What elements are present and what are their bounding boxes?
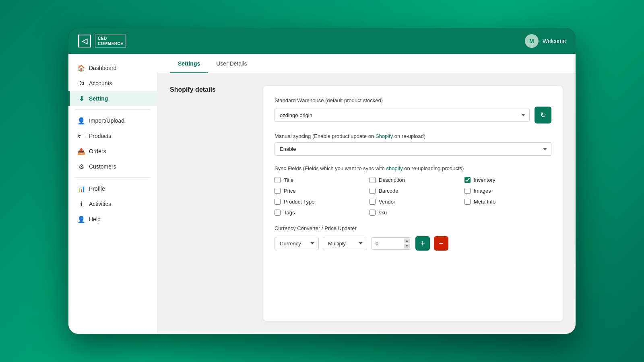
sidebar-section-commerce: 👤 Import/Upload 🏷 Products 📤 Orders ⚙ Cu… [68,113,157,174]
sidebar-item-label: Activities [89,201,111,207]
checkbox-vendor[interactable]: Vendor [369,199,456,205]
manual-sync-group: Manual syncing (Enable product update on… [275,133,551,156]
checkbox-description-label: Description [379,177,405,183]
accounts-icon: 🗂 [78,80,85,87]
tabs-bar: Settings User Details [157,54,576,73]
sidebar-item-products[interactable]: 🏷 Products [68,128,157,144]
multiply-select[interactable]: Multiply Divide Add Subtract [323,237,367,250]
sidebar-item-label: Accounts [89,80,112,86]
sync-fields-group: Sync Fields (Fields which you want to sy… [275,165,551,216]
checkbox-product-type-label: Product Type [284,199,314,205]
orders-icon: 📤 [78,148,85,155]
checkbox-barcode[interactable]: Barcode [369,188,456,194]
logo-icon: ◁ [78,35,91,47]
sidebar-divider-1 [75,109,151,110]
sidebar-item-help[interactable]: 👤 Help [68,212,157,227]
spinner-up[interactable]: ▲ [404,239,410,243]
checkbox-inventory-label: Inventory [474,177,495,183]
warehouse-label: Standard Warehouse (default product stoc… [275,97,551,103]
top-bar: ◁ CED COMMERCE M Welcome [68,28,576,54]
sidebar-item-activities[interactable]: ℹ Activities [68,196,157,212]
plus-icon: + [420,239,425,248]
sidebar-item-import-upload[interactable]: 👤 Import/Upload [68,113,157,128]
checkbox-tags[interactable]: Tags [275,210,361,216]
checkbox-title-input[interactable] [275,177,281,183]
currency-select[interactable]: Currency USD EUR GBP AUD [275,237,319,250]
checkbox-barcode-input[interactable] [369,188,376,194]
currency-row: Currency USD EUR GBP AUD Multiply Divide… [275,236,551,251]
content-area: Settings User Details Shopify details St… [157,54,576,334]
checkbox-sku-input[interactable] [369,210,376,216]
avatar: M [525,34,539,48]
currency-label: Currency Converter / Price Updater [275,225,551,231]
add-currency-button[interactable]: + [415,236,430,251]
tab-settings[interactable]: Settings [170,54,208,73]
checkbox-price-label: Price [284,188,296,194]
sidebar-section-main: 🏠 Dashboard 🗂 Accounts ⬇ Setting [68,60,157,106]
checkbox-tags-label: Tags [284,210,295,216]
warehouse-row: ozdingo origin Default Warehouse Seconda… [275,107,551,123]
sidebar-item-label: Customers [89,163,116,170]
sidebar-item-label: Orders [89,148,106,154]
home-icon: 🏠 [78,64,85,72]
checkbox-title-label: Title [284,177,293,183]
checkbox-images[interactable]: Images [464,188,551,194]
import-icon: 👤 [78,117,85,124]
device-frame: ◁ CED COMMERCE M Welcome 🏠 Dashboard 🗂 A… [68,28,576,334]
currency-group: Currency Converter / Price Updater Curre… [275,225,551,251]
activities-icon: ℹ [78,200,85,208]
sidebar-item-label: Products [89,133,111,139]
sidebar-item-accounts[interactable]: 🗂 Accounts [68,76,157,91]
page-content: Shopify details Standard Warehouse (defa… [157,73,576,334]
user-area: M Welcome [525,34,566,48]
checkbox-images-input[interactable] [464,188,471,194]
checkbox-vendor-label: Vendor [379,199,395,205]
profile-icon: 📊 [78,185,85,192]
sidebar-item-label: Setting [89,95,108,102]
sidebar-item-profile[interactable]: 📊 Profile [68,181,157,196]
products-icon: 🏷 [78,132,85,140]
sidebar-item-label: Dashboard [89,65,117,71]
sidebar-divider-2 [75,177,151,178]
sidebar-item-setting[interactable]: ⬇ Setting [68,91,157,106]
checkbox-sku-label: sku [379,210,387,216]
help-icon: 👤 [78,216,85,223]
sidebar-section-user: 📊 Profile ℹ Activities 👤 Help [68,181,157,227]
manual-sync-select[interactable]: Enable Disable [275,142,551,156]
checkbox-price[interactable]: Price [275,188,361,194]
number-input-wrapper: ▲ ▼ [371,237,411,250]
warehouse-group: Standard Warehouse (default product stoc… [275,97,551,123]
checkbox-inventory[interactable]: Inventory [464,177,551,183]
checkbox-barcode-label: Barcode [379,188,398,194]
checkbox-meta-info[interactable]: Meta Info [464,199,551,205]
sidebar-item-label: Profile [89,185,105,192]
checkbox-sku[interactable]: sku [369,210,456,216]
logo-area: ◁ CED COMMERCE [78,35,126,47]
refresh-button[interactable]: ↻ [535,107,551,123]
checkbox-product-type[interactable]: Product Type [275,199,361,205]
checkbox-meta-info-input[interactable] [464,199,471,205]
checkbox-title[interactable]: Title [275,177,361,183]
warehouse-select[interactable]: ozdingo origin Default Warehouse Seconda… [275,109,530,122]
checkbox-images-label: Images [474,188,491,194]
checkbox-tags-input[interactable] [275,210,281,216]
tab-user-details[interactable]: User Details [208,54,255,73]
right-panel: Standard Warehouse (default product stoc… [263,86,563,321]
sidebar-item-customers[interactable]: ⚙ Customers [68,159,157,174]
checkbox-description-input[interactable] [369,177,376,183]
checkbox-inventory-input[interactable] [464,177,471,183]
sidebar: 🏠 Dashboard 🗂 Accounts ⬇ Setting 👤 Impor… [68,54,157,334]
refresh-icon: ↻ [540,111,546,119]
remove-currency-button[interactable]: − [434,236,448,251]
sidebar-item-orders[interactable]: 📤 Orders [68,144,157,159]
checkbox-description[interactable]: Description [369,177,456,183]
left-panel: Shopify details [170,86,250,321]
checkbox-vendor-input[interactable] [369,199,376,205]
sidebar-item-dashboard[interactable]: 🏠 Dashboard [68,60,157,76]
checkboxes-grid: Title Description Inventory [275,177,551,216]
setting-icon: ⬇ [78,95,85,102]
spinner-down[interactable]: ▼ [404,244,410,249]
sidebar-item-label: Help [89,216,101,222]
checkbox-product-type-input[interactable] [275,199,281,205]
checkbox-price-input[interactable] [275,188,281,194]
